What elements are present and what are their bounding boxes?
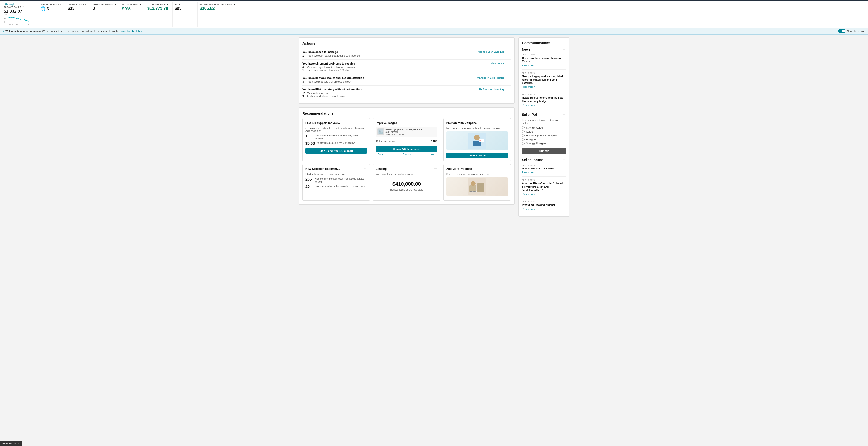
new-homepage-toggle-label: New Homepage [847, 30, 865, 32]
action-instock-more[interactable]: ··· [507, 76, 511, 80]
action-shipment-right: View details ··· [491, 62, 511, 66]
poll-submit-btn[interactable]: Submit [522, 148, 566, 154]
rec-new-selection-more[interactable]: ··· [364, 167, 367, 171]
rec-coupons-more[interactable]: ··· [504, 121, 508, 125]
poll-option-label-3: Disagree [526, 138, 536, 141]
recommendations-title: Recommendations [303, 111, 511, 115]
poll-radio-1[interactable] [522, 130, 525, 133]
action-fba-link[interactable]: Fix Stranded Inventory [479, 88, 504, 91]
action-shipment-title: You have shipment problems to resolve [303, 62, 491, 65]
action-fba-row1: 10 Total units stranded [303, 92, 479, 95]
seller-poll-more[interactable]: ··· [562, 113, 566, 117]
svg-text:CATALOG: CATALOG [471, 191, 477, 192]
poll-question: I feel connected to other Amazon sellers [522, 119, 566, 124]
rec-card-lending: Lending ··· You have financing options u… [373, 164, 440, 201]
news-more[interactable]: ··· [562, 48, 566, 51]
svg-point-3 [16, 18, 17, 19]
action-cases-link[interactable]: Manage Your Case Log [477, 50, 504, 53]
rec-new-selection-label1: High demand product recommendations cura… [315, 177, 367, 183]
improve-images-next[interactable]: Next > [431, 153, 437, 156]
poll-radio-2[interactable] [522, 134, 525, 137]
total-balance-label: TOTAL BALANCE [147, 3, 166, 6]
action-shipment-more[interactable]: ··· [507, 62, 511, 66]
seller-poll-title: Seller Poll ··· [522, 113, 566, 117]
rec-free-support-stat2: $0.00 Ad attributed sales in the last 30… [306, 142, 367, 146]
action-shipment-count1: 0 [303, 66, 306, 69]
svg-point-19 [471, 181, 475, 186]
action-item-shipment: You have shipment problems to resolve 0 … [303, 60, 511, 74]
actions-title: Actions [303, 41, 511, 45]
total-balance-value: $12,779.78 [147, 6, 168, 11]
global-promotions-label: GLOBAL PROMOTIONS SALES [199, 3, 232, 6]
forum-link-1[interactable]: Read more > [522, 193, 535, 196]
open-orders-section: OPEN ORDERS ▼ 633 [66, 2, 89, 27]
forum-link-0[interactable]: Read more > [522, 171, 535, 174]
rec-improve-images-more[interactable]: ··· [434, 121, 437, 125]
rec-free-support-label1: Live sponsored ad campaigns ready to be … [315, 134, 367, 140]
product-info: Facial Lymphatic Drainage Oil for G... S… [385, 128, 426, 136]
rec-coupons-btn[interactable]: Create a Coupon [446, 153, 508, 158]
hide-graph-btn[interactable]: Hide Graph [4, 3, 35, 6]
marketplaces-section: MARKETPLACES ▼ 🌐 3 [38, 2, 64, 27]
poll-radio-3[interactable] [522, 138, 525, 141]
buy-box-value-row: 99% ↑ [122, 6, 142, 11]
new-homepage-toggle-switch[interactable] [838, 29, 845, 33]
rec-free-support-more[interactable]: ··· [364, 121, 367, 125]
svg-point-1 [11, 18, 12, 18]
poll-radio-0[interactable] [522, 126, 525, 129]
right-panel: Communications News ··· FEB 15, 2023 Gro… [519, 37, 569, 216]
news-link-0[interactable]: Read more > [522, 64, 535, 67]
rec-free-support-num1: 1 [306, 134, 313, 138]
news-date-1: FEB 15, 2023 [522, 72, 566, 74]
action-fba-count2: 9 [303, 95, 306, 97]
action-cases-more[interactable]: ··· [507, 50, 511, 54]
seller-forums-more[interactable]: ··· [562, 158, 566, 162]
news-link-1[interactable]: Read more > [522, 86, 535, 88]
info-banner-link[interactable]: Leave feedback here [120, 30, 144, 32]
action-shipment-content: You have shipment problems to resolve 0 … [303, 62, 491, 71]
product-preview: Facial Lymphatic Drainage Oil for G... S… [376, 127, 437, 137]
catalog-image: CATALOG [446, 177, 508, 196]
improve-images-dismiss[interactable]: Dismiss [403, 153, 411, 156]
todays-sales-chevron: ▼ [22, 6, 24, 8]
chart-x-axis: Feb 9 11 13 15 [8, 24, 29, 26]
poll-option-2[interactable]: Neither Agree nor Disagree [522, 134, 566, 137]
open-orders-chevron: ▼ [85, 3, 87, 6]
svg-rect-18 [477, 183, 484, 192]
poll-option-4[interactable]: Strongly Disagree [522, 142, 566, 145]
action-instock-link[interactable]: Manage In-Stock Issues [477, 76, 504, 79]
forum-link-2[interactable]: Read more > [522, 208, 535, 210]
action-shipment-count2: 1 [303, 69, 306, 71]
rec-free-support-btn[interactable]: Sign up for free 1:1 support [306, 148, 367, 154]
open-orders-label: OPEN ORDERS [68, 3, 84, 6]
news-title-1: New packaging and warning label rules fo… [522, 75, 566, 85]
poll-option-1[interactable]: Agree [522, 130, 566, 133]
improve-images-back[interactable]: < Back [376, 153, 383, 156]
news-date-2: FEB 15, 2023 [522, 93, 566, 96]
poll-option-3[interactable]: Disagree [522, 138, 566, 141]
recommendations-card: Recommendations Free 1:1 support for you… [299, 108, 515, 205]
poll-radio-4[interactable] [522, 142, 525, 145]
action-instock-right: Manage In-Stock Issues ··· [477, 76, 511, 80]
action-instock-row: 3 You have products that are out of stoc… [303, 80, 477, 83]
poll-option-0[interactable]: Strongly Agree [522, 126, 566, 129]
improve-images-stat-label: Detail Page Views [376, 140, 422, 143]
action-cases-text: You have open cases that require your at… [307, 54, 361, 57]
action-shipment-link[interactable]: View details [491, 62, 504, 65]
ipi-section: IPI ▼ 695 [172, 2, 195, 27]
info-banner-text: Welcome to a New Homepage We've updated … [5, 30, 143, 32]
rec-new-selection-stat2: 20 Categories with insights into what cu… [306, 185, 367, 189]
action-cases-count: 1 [303, 54, 306, 57]
action-fba-more[interactable]: ··· [507, 88, 511, 92]
rec-lending-more[interactable]: ··· [434, 167, 437, 171]
svg-point-7 [25, 20, 26, 21]
action-shipment-row2: 1 Total shipment problems last 120 days [303, 69, 491, 71]
rec-new-selection-stat1: 265 High demand product recommendations … [306, 177, 367, 183]
rec-free-support-num2: $0.00 [306, 142, 315, 146]
svg-point-6 [23, 18, 24, 19]
chart-y-labels: 10K 5K 0 [4, 14, 7, 23]
news-link-2[interactable]: Read more > [522, 104, 535, 107]
rec-improve-images-btn[interactable]: Create A/B Experiment [376, 146, 437, 152]
rec-add-products-more[interactable]: ··· [504, 167, 508, 171]
global-promotions-chevron: ▼ [234, 3, 236, 6]
